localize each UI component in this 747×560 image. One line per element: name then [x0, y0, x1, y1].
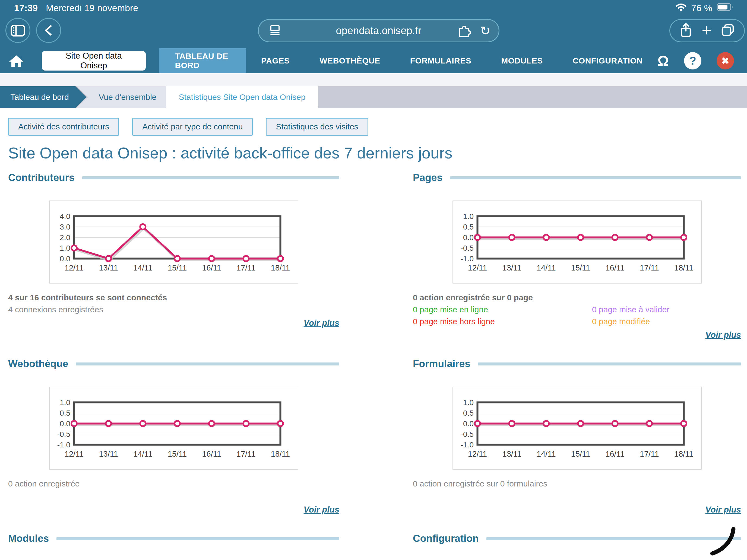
section-rule [76, 363, 339, 366]
chart-panel: 1.00.50.0-0.5-1.012/1113/1114/1115/1116/… [49, 386, 298, 470]
svg-text:0.5: 0.5 [463, 223, 474, 231]
svg-text:12/11: 12/11 [65, 450, 84, 458]
svg-text:15/11: 15/11 [168, 263, 187, 272]
svg-text:16/11: 16/11 [605, 450, 624, 458]
page-title: Site Open data Onisep : activité back-of… [8, 144, 747, 162]
stat-line: 0 action enregistrée sur 0 formulaires [413, 478, 741, 490]
svg-text:1.0: 1.0 [60, 398, 70, 407]
logo-swoosh [709, 527, 737, 560]
svg-text:15/11: 15/11 [571, 263, 590, 272]
section-title-formulaires: Formulaires [413, 358, 470, 370]
svg-text:1.0: 1.0 [463, 398, 474, 407]
filter-button-row: Activité des contributeurs Activité par … [8, 118, 747, 136]
svg-text:12/11: 12/11 [468, 263, 487, 272]
svg-text:13/11: 13/11 [99, 450, 118, 458]
webotheque-line-chart: 1.00.50.0-0.5-1.012/1113/1114/1115/1116/… [50, 387, 298, 469]
home-icon[interactable] [8, 48, 24, 73]
svg-text:-1.0: -1.0 [460, 441, 473, 449]
tab-configuration[interactable]: CONFIGURATION [558, 48, 658, 73]
tabs-overview-icon[interactable] [721, 23, 735, 38]
voir-plus-link[interactable]: Voir plus [705, 330, 741, 340]
voir-plus-link[interactable]: Voir plus [304, 505, 339, 514]
help-icon[interactable]: ? [684, 52, 701, 70]
svg-text:16/11: 16/11 [202, 450, 221, 458]
svg-text:0.5: 0.5 [60, 409, 70, 417]
svg-text:18/11: 18/11 [674, 450, 693, 458]
voir-plus-link[interactable]: Voir plus [304, 318, 339, 328]
svg-text:0.0: 0.0 [463, 233, 474, 242]
svg-text:16/11: 16/11 [605, 263, 624, 272]
svg-text:14/11: 14/11 [133, 450, 152, 458]
activite-type-contenu-button[interactable]: Activité par type de contenu [132, 118, 253, 136]
wifi-icon [675, 2, 687, 14]
svg-text:2.0: 2.0 [60, 233, 70, 242]
section-formulaires: Formulaires 1.00.50.0-0.5-1.012/1113/111… [413, 356, 741, 517]
tab-pages[interactable]: PAGES [246, 48, 305, 73]
stat-line: 4 connexions enregistrées [8, 303, 339, 316]
svg-text:17/11: 17/11 [236, 450, 255, 458]
section-title-configuration: Configuration [413, 533, 479, 544]
address-bar[interactable]: opendata.onisep.fr ↻ [258, 19, 499, 42]
reload-icon[interactable]: ↻ [480, 24, 490, 37]
stat-pages-modified: 0 page modifiée [592, 316, 741, 327]
formulaires-line-chart: 1.00.50.0-0.5-1.012/1113/1114/1115/1116/… [453, 387, 701, 469]
battery-icon [717, 3, 733, 13]
app-nav-bar: Site Open data Onisep TABLEAU DE BORD PA… [0, 48, 747, 73]
tab-formulaires[interactable]: FORMULAIRES [395, 48, 486, 73]
main-menu: TABLEAU DE BORD PAGES WEBOTHÈQUE FORMULA… [159, 48, 658, 73]
svg-text:15/11: 15/11 [571, 450, 590, 458]
breadcrumb-statistiques[interactable]: Statistiques Site Open data Onisep [166, 86, 318, 108]
statistiques-visites-button[interactable]: Statistiques des visites [266, 118, 368, 136]
svg-text:14/11: 14/11 [133, 263, 152, 272]
tab-modules[interactable]: MODULES [486, 48, 558, 73]
section-pages: Pages 1.00.50.0-0.5-1.012/1113/1114/1115… [413, 169, 741, 343]
chart-panel: 4.03.02.01.00.012/1113/1114/1115/1116/11… [49, 201, 298, 284]
voir-plus-link[interactable]: Voir plus [705, 505, 741, 514]
svg-text:-0.5: -0.5 [460, 244, 473, 252]
svg-text:12/11: 12/11 [468, 450, 487, 458]
chart-panel: 1.00.50.0-0.5-1.012/1113/1114/1115/1116/… [453, 201, 702, 284]
section-title-webotheque: Webothèque [8, 358, 68, 370]
tab-webotheque[interactable]: WEBOTHÈQUE [305, 48, 395, 73]
svg-text:0.0: 0.0 [60, 255, 70, 263]
back-button[interactable] [36, 18, 61, 43]
battery-percentage: 76 % [691, 3, 713, 13]
site-name-button[interactable]: Site Open data Onisep [42, 51, 146, 71]
breadcrumb-tableau-de-bord[interactable]: Tableau de bord [0, 86, 86, 108]
toolbar-right-group: + [669, 19, 745, 42]
user-account-icon[interactable]: Ω [658, 54, 669, 68]
svg-text:0.0: 0.0 [463, 420, 474, 428]
stat-pages-to-validate: 0 page mise à valider [592, 303, 741, 316]
svg-text:13/11: 13/11 [99, 263, 118, 272]
svg-text:0.5: 0.5 [463, 409, 474, 417]
svg-text:14/11: 14/11 [537, 263, 556, 272]
activite-contributeurs-button[interactable]: Activité des contributeurs [8, 118, 119, 136]
svg-text:-1.0: -1.0 [57, 441, 70, 449]
extensions-puzzle-icon[interactable] [457, 23, 471, 38]
svg-text:-0.5: -0.5 [460, 430, 473, 438]
pages-line-chart: 1.00.50.0-0.5-1.012/1113/1114/1115/1116/… [453, 201, 701, 283]
svg-text:16/11: 16/11 [202, 263, 221, 272]
section-rule [56, 537, 339, 540]
stat-line: 0 action enregistrée sur 0 page [413, 292, 741, 303]
stat-pages-online: 0 page mise en ligne [413, 303, 592, 316]
tab-tableau-de-bord[interactable]: TABLEAU DE BORD [159, 48, 246, 73]
stat-line: 0 action enregistrée [8, 478, 339, 490]
stat-line: 4 sur 16 contributeurs se sont connectés [8, 292, 339, 303]
svg-text:17/11: 17/11 [236, 263, 255, 272]
svg-text:1.0: 1.0 [463, 212, 474, 220]
svg-text:1.0: 1.0 [60, 244, 70, 252]
close-icon[interactable]: ✖ [717, 52, 734, 70]
new-tab-icon[interactable]: + [702, 22, 712, 38]
svg-text:18/11: 18/11 [271, 263, 290, 272]
section-title-pages: Pages [413, 172, 442, 183]
status-date: Mercredi 19 novembre [46, 3, 138, 13]
sidebar-toggle-button[interactable] [5, 18, 30, 43]
status-bar: 17:39 Mercredi 19 novembre 76 % [0, 0, 747, 14]
section-title-modules: Modules [8, 533, 49, 544]
svg-text:4.0: 4.0 [60, 212, 70, 220]
share-icon[interactable] [679, 22, 692, 39]
section-rule [486, 537, 741, 540]
breadcrumb-vue-densemble[interactable]: Vue d'ensemble [77, 86, 166, 108]
svg-text:17/11: 17/11 [640, 263, 659, 272]
